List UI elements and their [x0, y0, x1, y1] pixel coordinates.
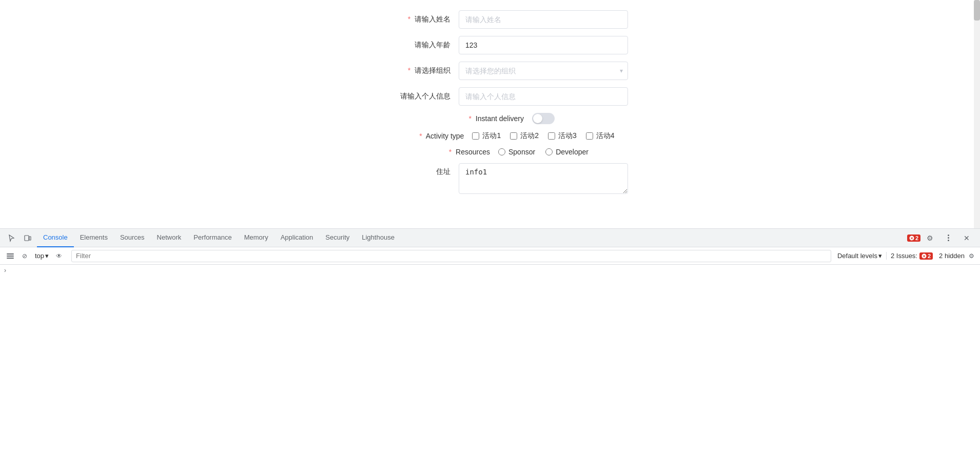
- org-select[interactable]: 请选择您的组织: [459, 62, 628, 80]
- resources-radios: Sponsor Developer: [498, 148, 589, 156]
- instant-delivery-row: * Instant delivery: [0, 113, 974, 124]
- svg-rect-5: [7, 256, 14, 257]
- tab-security[interactable]: Security: [319, 229, 356, 247]
- devtools-tabs-right: ✕ 2 ⚙ ✕: [907, 231, 976, 245]
- svg-text:✕: ✕: [910, 237, 913, 240]
- personal-info-field-row: 请输入个人信息: [0, 87, 974, 106]
- issues-count-area: 2 Issues: ✕ 2: [886, 252, 933, 260]
- age-input[interactable]: [459, 36, 628, 54]
- personal-info-input[interactable]: [459, 87, 628, 106]
- ban-icon[interactable]: ⊘: [18, 250, 31, 262]
- resources-row: * Resources Sponsor Developer: [0, 148, 974, 156]
- activity2-checkbox[interactable]: [510, 132, 517, 140]
- activity3-checkbox-item[interactable]: 活动3: [548, 131, 577, 141]
- settings-icon[interactable]: ⚙: [923, 231, 937, 245]
- activity4-checkbox[interactable]: [586, 132, 593, 140]
- console-settings-icon[interactable]: ⚙: [967, 251, 976, 261]
- activity-type-checkboxes: 活动1 活动2 活动3 活动4: [472, 131, 614, 141]
- default-levels-selector[interactable]: Default levels ▾: [837, 252, 882, 260]
- devtools-tabs-bar: Console Elements Sources Network Perform…: [0, 229, 980, 247]
- age-field-row: 请输入年龄: [0, 36, 974, 54]
- activity4-checkbox-item[interactable]: 活动4: [586, 131, 615, 141]
- activity-type-label: * Activity type: [359, 132, 472, 140]
- sponsor-radio-item[interactable]: Sponsor: [498, 148, 535, 156]
- name-required-star: *: [408, 15, 410, 23]
- scrollbar[interactable]: [974, 0, 980, 228]
- activity2-checkbox-item[interactable]: 活动2: [510, 131, 539, 141]
- address-label: 住址: [346, 163, 459, 177]
- device-toggle-icon[interactable]: [21, 231, 35, 245]
- activity4-label: 活动4: [596, 131, 615, 141]
- org-required-star: *: [408, 66, 410, 74]
- sponsor-label: Sponsor: [508, 148, 535, 156]
- sponsor-radio[interactable]: [498, 148, 505, 155]
- svg-rect-6: [7, 258, 14, 259]
- org-field-row: * 请选择组织 请选择您的组织 ▾: [0, 62, 974, 80]
- hidden-count: 2 hidden: [935, 252, 965, 260]
- tab-memory[interactable]: Memory: [238, 229, 275, 247]
- address-row: 住址 info1: [0, 163, 974, 196]
- inspect-element-icon[interactable]: [4, 231, 18, 245]
- console-content[interactable]: ›: [0, 265, 980, 450]
- error-badge: ✕ 2: [907, 234, 920, 242]
- activity2-label: 活动2: [520, 131, 539, 141]
- tab-network[interactable]: Network: [151, 229, 188, 247]
- tab-performance[interactable]: Performance: [187, 229, 238, 247]
- instant-delivery-required-star: *: [468, 114, 471, 123]
- resources-required-star: *: [449, 148, 452, 156]
- three-dots-icon: [944, 234, 952, 242]
- tab-sources[interactable]: Sources: [114, 229, 151, 247]
- devtools-panel: Console Elements Sources Network Perform…: [0, 228, 980, 450]
- toggle-thumb: [533, 114, 542, 123]
- issues-count-num: 2: [928, 253, 931, 259]
- filter-input[interactable]: [71, 250, 831, 262]
- issues-label: 2 Issues:: [891, 252, 917, 260]
- tab-console[interactable]: Console: [37, 229, 74, 247]
- console-prompt[interactable]: ›: [4, 267, 976, 274]
- resources-label: * Resources: [385, 148, 498, 156]
- more-options-icon[interactable]: [941, 231, 955, 245]
- address-textarea[interactable]: info1: [459, 163, 628, 194]
- developer-label: Developer: [556, 148, 589, 156]
- console-chevron-icon: ›: [4, 267, 6, 274]
- svg-rect-4: [7, 253, 14, 255]
- tab-application[interactable]: Application: [275, 229, 320, 247]
- age-label: 请输入年龄: [346, 41, 459, 50]
- svg-rect-1: [29, 237, 31, 240]
- top-selector[interactable]: top ▾: [33, 251, 51, 261]
- address-textarea-wrapper: info1: [459, 163, 628, 196]
- eye-icon[interactable]: 👁: [53, 250, 65, 262]
- clear-console-icon[interactable]: [4, 250, 16, 262]
- tab-lighthouse[interactable]: Lighthouse: [356, 229, 401, 247]
- org-select-wrapper: 请选择您的组织 ▾: [459, 62, 628, 80]
- default-levels-dropdown-icon: ▾: [878, 252, 882, 260]
- org-label: * 请选择组织: [346, 66, 459, 75]
- activity1-checkbox[interactable]: [472, 132, 479, 140]
- svg-text:✕: ✕: [923, 255, 926, 258]
- developer-radio-item[interactable]: Developer: [545, 148, 589, 156]
- console-toolbar: ⊘ top ▾ 👁 Default levels ▾ 2 Issues: ✕ 2…: [0, 247, 980, 265]
- activity3-checkbox[interactable]: [548, 132, 555, 140]
- activity1-label: 活动1: [482, 131, 501, 141]
- activity3-label: 活动3: [558, 131, 577, 141]
- activity1-checkbox-item[interactable]: 活动1: [472, 131, 501, 141]
- form: * 请输入姓名 请输入年龄 * 请选择组织 请选择您的组织 ▾: [0, 0, 974, 203]
- default-levels-label: Default levels: [837, 252, 877, 260]
- tab-elements[interactable]: Elements: [74, 229, 114, 247]
- personal-info-label: 请输入个人信息: [346, 92, 459, 101]
- close-devtools-icon[interactable]: ✕: [959, 231, 974, 245]
- instant-delivery-toggle[interactable]: [532, 113, 555, 124]
- main-content: * 请输入姓名 请输入年龄 * 请选择组织 请选择您的组织 ▾: [0, 0, 974, 228]
- activity-required-star: *: [419, 132, 422, 140]
- svg-rect-0: [25, 236, 29, 241]
- name-label: * 请输入姓名: [346, 15, 459, 24]
- name-input[interactable]: [459, 10, 628, 29]
- top-selector-label: top: [35, 252, 44, 260]
- activity-type-row: * Activity type 活动1 活动2 活动3 活动4: [0, 131, 974, 141]
- developer-radio[interactable]: [545, 148, 553, 155]
- issues-error-badge: ✕ 2: [919, 252, 933, 260]
- name-field-row: * 请输入姓名: [0, 10, 974, 29]
- instant-delivery-label: * Instant delivery: [419, 114, 532, 123]
- top-selector-dropdown-icon: ▾: [45, 252, 49, 260]
- scrollbar-thumb[interactable]: [974, 0, 980, 21]
